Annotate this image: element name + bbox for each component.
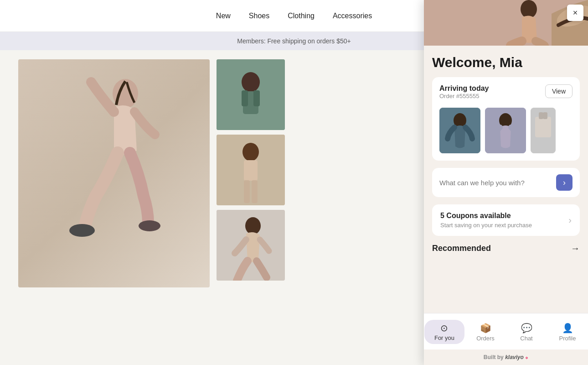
tab-for-you-active: ⊙ For you (424, 320, 464, 344)
svg-point-1 (69, 224, 95, 237)
arriving-item-2 (485, 108, 526, 153)
for-you-label: For you (434, 334, 454, 341)
svg-rect-23 (535, 117, 551, 137)
arriving-order: Order #555555 (439, 93, 489, 99)
thumb1-illustration (217, 59, 285, 130)
view-order-button[interactable]: View (545, 84, 573, 98)
svg-rect-7 (253, 90, 260, 106)
svg-rect-6 (242, 90, 248, 106)
arriving-card: Arriving today Order #555555 View (432, 77, 580, 161)
arriving-item-2-img (485, 108, 526, 153)
for-you-icon: ⊙ (440, 323, 448, 334)
thumb3-illustration (217, 210, 285, 281)
coupons-card[interactable]: 5 Coupons available Start saving on your… (432, 204, 580, 236)
help-input-wrapper: › (432, 168, 580, 197)
orders-label: Orders (476, 335, 495, 342)
main-product-image (18, 59, 210, 287)
recommended-section: Recommended → (432, 243, 580, 259)
built-by-footer: Built by klaviyo ⬦ (424, 349, 588, 365)
nav-link-clothing[interactable]: Clothing (288, 12, 315, 20)
chat-icon: 💬 (521, 323, 532, 334)
nav-link-shoes[interactable]: Shoes (249, 12, 269, 20)
coupons-chevron-icon: › (568, 215, 572, 225)
arriving-title: Arriving today (439, 84, 489, 93)
svg-rect-11 (244, 180, 250, 203)
send-button[interactable]: › (556, 174, 573, 191)
arriving-item-1-img (439, 108, 480, 153)
arriving-item-1 (439, 108, 480, 153)
recommended-title: Recommended (432, 244, 491, 253)
thumbnail-column (217, 59, 285, 354)
panel-header-image-inner (424, 0, 588, 46)
panel-overlay: × Welcome, Mia Arriving today Order #555… (424, 0, 588, 365)
welcome-text: Welcome, Mia (432, 55, 580, 70)
tab-orders[interactable]: 📦 Orders (465, 321, 506, 344)
product-images (18, 59, 465, 354)
profile-icon: 👤 (562, 323, 573, 334)
runner-illustration (59, 68, 169, 278)
tab-profile[interactable]: 👤 Profile (547, 321, 588, 344)
klaviyo-brand: klaviyo (505, 354, 524, 360)
klaviyo-logo-mark: ⬦ (525, 355, 528, 360)
main-image-placeholder (18, 59, 210, 287)
close-button[interactable]: × (567, 5, 583, 21)
svg-rect-12 (252, 180, 258, 203)
recommended-header: Recommended → (432, 243, 580, 254)
tab-chat[interactable]: 💬 Chat (506, 321, 547, 344)
svg-rect-24 (539, 112, 543, 119)
profile-label: Profile (559, 335, 576, 342)
orders-icon: 📦 (480, 323, 491, 334)
arriving-header: Arriving today Order #555555 View (439, 84, 573, 106)
arriving-item-3 (531, 108, 556, 153)
thumb2-illustration (217, 135, 285, 205)
arriving-item-3-img (531, 108, 556, 153)
banner-text: Members: Free shipping on orders $50+ (237, 37, 351, 45)
svg-point-14 (245, 217, 261, 235)
built-by-text: Built by (484, 354, 504, 360)
arriving-images (439, 108, 573, 153)
coupons-title: 5 Coupons available (440, 212, 532, 220)
product-thumbnail-3[interactable] (217, 210, 285, 281)
svg-point-16 (521, 0, 537, 18)
chevron-right-icon: › (563, 178, 566, 188)
svg-point-2 (139, 220, 160, 231)
svg-rect-10 (244, 160, 258, 181)
chat-label: Chat (520, 335, 532, 342)
recommended-arrow-icon[interactable]: → (571, 243, 580, 254)
panel-bottom-nav: ⊙ For you 📦 Orders 💬 Chat 👤 Profile (424, 313, 588, 349)
svg-point-4 (242, 72, 260, 92)
panel-body: Welcome, Mia Arriving today Order #55555… (424, 46, 588, 313)
coupons-info: 5 Coupons available Start saving on your… (440, 212, 532, 229)
help-input[interactable] (439, 179, 552, 187)
svg-point-9 (242, 143, 259, 161)
panel-header-illustration (424, 0, 588, 46)
nav-link-new[interactable]: New (216, 12, 231, 20)
panel-header-image: × (424, 0, 588, 46)
coupons-subtitle: Start saving on your next purchase (440, 222, 532, 229)
product-thumbnail-1[interactable] (217, 59, 285, 130)
svg-rect-25 (543, 112, 547, 119)
arriving-today-content: Arriving today Order #555555 (439, 84, 489, 106)
close-icon: × (573, 8, 578, 18)
tab-for-you[interactable]: ⊙ For you (424, 318, 465, 346)
nav-link-accessories[interactable]: Accessories (333, 12, 372, 20)
product-thumbnail-2[interactable] (217, 135, 285, 205)
nav-links: New Shoes Clothing Accessories (216, 12, 372, 20)
